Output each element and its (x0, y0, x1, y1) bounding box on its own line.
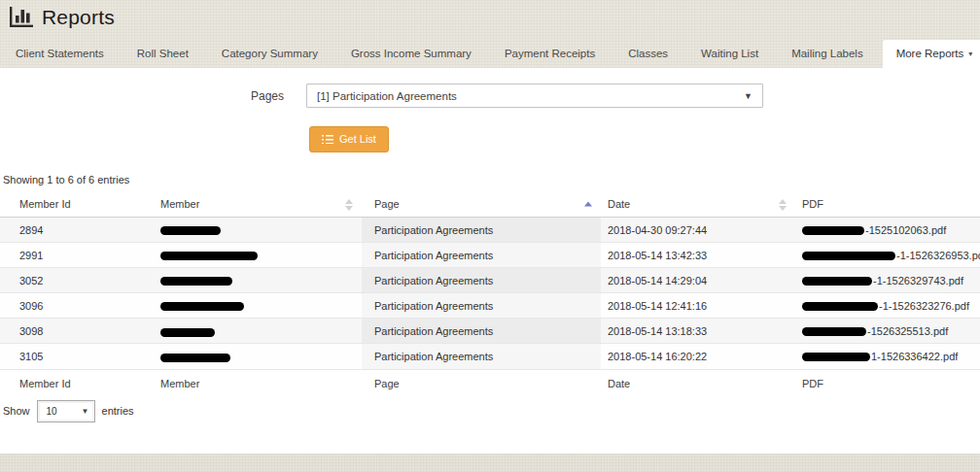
cell-pdf[interactable]: -1-1526329743.pdf (795, 268, 980, 293)
reports-table: Member IdMemberPageDatePDF 2894Participa… (0, 192, 980, 395)
footer-strip (0, 454, 980, 472)
cell-page: Participation Agreements (362, 268, 601, 293)
footer-column-page: Page (362, 369, 601, 395)
table-header: Member IdMemberPageDatePDF (0, 192, 980, 218)
pages-select-value: [1] Participation Agreements (317, 90, 457, 102)
tab-payment-receipts[interactable]: Payment Receipts (491, 40, 609, 68)
cell-member-id: 3098 (0, 319, 160, 344)
pages-select[interactable]: [1] Participation Agreements ▼ (306, 84, 763, 108)
show-label: Show (3, 405, 30, 417)
cell-page: Participation Agreements (362, 243, 601, 268)
cell-member-id: 2991 (0, 243, 160, 268)
tab-mailing-labels[interactable]: Mailing Labels (778, 40, 877, 68)
column-label: Member Id (19, 198, 71, 210)
redacted-member-name (160, 226, 221, 235)
page-length-select[interactable]: 10 ▼ (37, 400, 95, 422)
column-label: Member (160, 198, 199, 210)
cell-pdf[interactable]: 1-1526336422.pdf (795, 344, 980, 369)
redacted-member-name (160, 328, 215, 337)
entries-label: entries (102, 405, 134, 417)
footer-column-member-id: Member Id (0, 369, 160, 395)
table-row: 2991Participation Agreements2018-05-14 1… (0, 243, 980, 268)
column-label: PDF (802, 198, 823, 210)
cell-member (160, 344, 362, 369)
chevron-down-icon: ▼ (82, 407, 89, 416)
pages-filter-row: Pages [1] Participation Agreements ▼ (0, 68, 980, 108)
pdf-filename-suffix: 1-1526336422.pdf (871, 352, 958, 363)
cell-date: 2018-05-14 14:29:04 (601, 268, 795, 293)
app-header: Reports Client StatementsRoll SheetCateg… (0, 0, 980, 68)
pdf-filename-suffix: -1-1526326953.pdf (896, 250, 980, 261)
page-length-row: Show 10 ▼ entries (3, 400, 980, 422)
cell-member (160, 243, 362, 268)
cell-date: 2018-05-14 16:20:22 (601, 344, 795, 369)
redacted-member-name (160, 302, 244, 311)
table-footer: Member IdMemberPageDatePDF (0, 369, 980, 395)
table-row: 3096Participation Agreements2018-05-14 1… (0, 293, 980, 319)
sort-unsorted-icon (779, 199, 787, 211)
tab-waiting-list[interactable]: Waiting List (687, 40, 772, 68)
chevron-down-icon: ▼ (744, 91, 752, 101)
column-header-page[interactable]: Page (362, 192, 601, 218)
list-icon (322, 135, 333, 144)
cell-member (160, 268, 362, 293)
table-row: 3052Participation Agreements2018-05-14 1… (0, 268, 980, 293)
redacted-pdf-name (802, 327, 866, 336)
cell-page: Participation Agreements (362, 293, 601, 319)
cell-pdf[interactable]: -1-1526323276.pdf (795, 293, 980, 319)
tab-more-reports[interactable]: More Reports▾ (883, 40, 980, 68)
table-row: 2894Participation Agreements2018-04-30 0… (0, 218, 980, 243)
column-header-date[interactable]: Date (601, 192, 795, 218)
pdf-filename-suffix: -1526325513.pdf (867, 325, 948, 337)
cell-page: Participation Agreements (362, 218, 601, 243)
redacted-pdf-name (802, 226, 864, 235)
bar-chart-icon (8, 5, 34, 30)
table-info: Showing 1 to 6 of 6 entries (3, 174, 980, 185)
cell-member (160, 293, 362, 319)
cell-member (160, 319, 362, 344)
redacted-pdf-name (802, 302, 878, 311)
redacted-pdf-name (802, 353, 870, 361)
redacted-member-name (160, 277, 232, 286)
pages-label: Pages (0, 89, 284, 103)
cell-member-id: 3096 (0, 293, 160, 319)
redacted-pdf-name (802, 277, 872, 286)
table-row: 3098Participation Agreements2018-05-14 1… (0, 319, 980, 344)
table-row: 3105Participation Agreements2018-05-14 1… (0, 344, 980, 369)
cell-date: 2018-05-14 12:41:16 (601, 293, 795, 319)
cell-date: 2018-04-30 09:27:44 (601, 218, 795, 243)
column-header-pdf[interactable]: PDF (795, 192, 980, 218)
column-header-member[interactable]: Member (160, 192, 362, 218)
page-length-value: 10 (47, 406, 57, 417)
sort-unsorted-icon (345, 199, 353, 211)
get-list-button[interactable]: Get List (309, 126, 389, 152)
cell-member-id: 3105 (0, 344, 160, 369)
tab-category-summary[interactable]: Category Summary (208, 40, 332, 68)
cell-pdf[interactable]: -1526325513.pdf (795, 319, 980, 344)
cell-member (160, 218, 362, 243)
cell-page: Participation Agreements (362, 344, 601, 369)
get-list-label: Get List (339, 133, 376, 145)
table-body: 2894Participation Agreements2018-04-30 0… (0, 218, 980, 370)
chevron-down-icon: ▾ (968, 50, 972, 58)
column-header-member-id[interactable]: Member Id (0, 192, 160, 218)
sort-ascending-icon (584, 201, 592, 208)
pdf-filename-suffix: -1-1526323276.pdf (879, 300, 969, 312)
cell-page: Participation Agreements (362, 319, 601, 344)
cell-date: 2018-05-14 13:18:33 (601, 319, 795, 344)
tab-classes[interactable]: Classes (614, 40, 682, 68)
cell-pdf[interactable]: -1525102063.pdf (795, 218, 980, 243)
redacted-member-name (160, 354, 230, 362)
redacted-pdf-name (802, 252, 895, 260)
cell-pdf[interactable]: -1-1526326953.pdf (795, 243, 980, 268)
tab-client-statements[interactable]: Client Statements (2, 40, 118, 68)
tab-bar: Client StatementsRoll SheetCategory Summ… (2, 40, 980, 68)
column-label: Date (608, 198, 630, 210)
tab-label: More Reports (896, 48, 964, 59)
tab-roll-sheet[interactable]: Roll Sheet (123, 40, 202, 68)
cell-date: 2018-05-14 13:42:33 (601, 243, 795, 268)
footer-column-member: Member (160, 369, 362, 395)
footer-column-date: Date (601, 369, 795, 395)
tab-gross-income-summary[interactable]: Gross Income Summary (337, 40, 485, 68)
brand: Reports (0, 0, 980, 30)
